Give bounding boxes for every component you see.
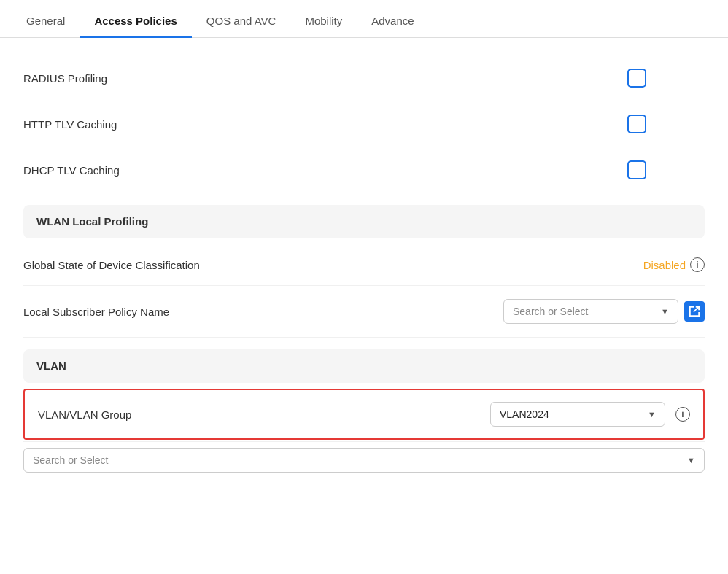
subscriber-policy-ext-link[interactable] <box>684 301 705 322</box>
vlan-section-title: VLAN <box>36 360 66 372</box>
subscriber-policy-wrapper: Search or Select ▼ <box>503 299 705 324</box>
http-tlv-caching-checkbox[interactable] <box>627 115 646 133</box>
tab-general[interactable]: General <box>12 6 80 38</box>
external-link-icon <box>689 306 700 317</box>
radius-profiling-row: RADIUS Profiling <box>23 55 705 101</box>
http-tlv-caching-label: HTTP TLV Caching <box>23 118 117 131</box>
subscriber-policy-label: Local Subscriber Policy Name <box>23 306 169 318</box>
wlan-section-header: WLAN Local Profiling <box>23 205 705 238</box>
tab-qos-avc[interactable]: QOS and AVC <box>192 6 291 38</box>
bottom-partial-placeholder: Search or Select <box>33 454 109 466</box>
subscriber-policy-row: Local Subscriber Policy Name Search or S… <box>23 286 705 338</box>
http-tlv-caching-row: HTTP TLV Caching <box>23 101 705 147</box>
dropdown-arrow-icon: ▼ <box>661 307 669 316</box>
main-content: RADIUS Profiling HTTP TLV Caching DHCP T… <box>0 38 728 496</box>
tab-advance[interactable]: Advance <box>357 6 428 38</box>
vlan-group-value: VLAN2024 <box>500 408 549 420</box>
global-state-label: Global State of Device Classification <box>23 259 200 271</box>
bottom-partial-row: Search or Select ▼ <box>23 441 705 478</box>
tab-bar: General Access Policies QOS and AVC Mobi… <box>0 0 728 38</box>
dhcp-tlv-caching-label: DHCP TLV Caching <box>23 164 120 177</box>
radius-profiling-label: RADIUS Profiling <box>23 72 107 85</box>
bottom-partial-dropdown[interactable]: Search or Select ▼ <box>23 448 705 473</box>
tab-mobility[interactable]: Mobility <box>290 6 357 38</box>
wlan-section-title: WLAN Local Profiling <box>36 215 148 228</box>
vlan-section: VLAN VLAN/VLAN Group VLAN2024 ▼ i Search… <box>23 349 705 478</box>
tab-access-policies[interactable]: Access Policies <box>80 6 191 38</box>
vlan-section-header: VLAN <box>23 349 705 383</box>
subscriber-policy-placeholder: Search or Select <box>513 306 589 317</box>
dhcp-tlv-caching-row: DHCP TLV Caching <box>23 147 705 193</box>
vlan-group-row: VLAN/VLAN Group VLAN2024 ▼ i <box>23 389 705 440</box>
subscriber-policy-dropdown[interactable]: Search or Select ▼ <box>503 299 678 324</box>
global-state-info-icon[interactable]: i <box>690 257 705 272</box>
global-state-row: Global State of Device Classification Di… <box>23 244 705 286</box>
vlan-dropdown-arrow-icon: ▼ <box>648 410 656 419</box>
radius-profiling-checkbox[interactable] <box>627 69 646 88</box>
vlan-group-wrapper: VLAN2024 ▼ i <box>490 402 690 427</box>
bottom-partial-arrow-icon: ▼ <box>687 456 695 465</box>
vlan-group-dropdown[interactable]: VLAN2024 ▼ <box>490 402 665 427</box>
dhcp-tlv-caching-checkbox[interactable] <box>627 160 646 179</box>
global-state-status: Disabled i <box>643 257 705 272</box>
vlan-group-label: VLAN/VLAN Group <box>38 408 131 421</box>
global-state-value: Disabled <box>643 259 686 271</box>
vlan-group-info-icon[interactable]: i <box>675 407 690 422</box>
